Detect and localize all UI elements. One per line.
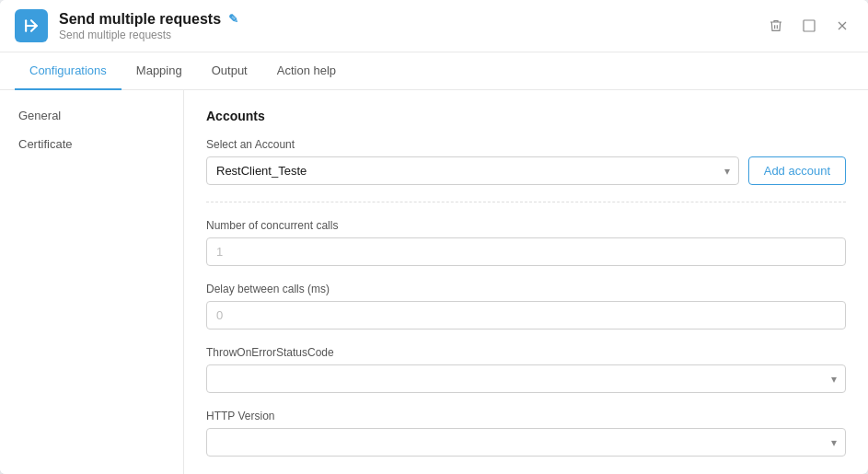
delete-button[interactable] bbox=[765, 15, 787, 37]
window-subtitle: Send multiple requests bbox=[59, 29, 238, 41]
close-button[interactable] bbox=[831, 15, 853, 37]
maximize-button[interactable] bbox=[798, 15, 820, 37]
select-account-dropdown[interactable]: RestClient_Teste bbox=[206, 156, 739, 185]
concurrent-calls-label: Number of concurrent calls bbox=[206, 219, 846, 232]
app-window: Send multiple requests ✎ Send multiple r… bbox=[0, 0, 868, 474]
throw-on-error-dropdown[interactable]: True False bbox=[206, 364, 846, 393]
sidebar-item-general[interactable]: General bbox=[0, 101, 183, 130]
tabs-bar: Configurations Mapping Output Action hel… bbox=[0, 52, 868, 90]
http-version-group: HTTP Version HTTP/1.1 HTTP/2 ▾ bbox=[206, 410, 846, 457]
app-icon bbox=[15, 9, 48, 42]
sidebar: General Certificate bbox=[0, 90, 184, 474]
section-title: Accounts bbox=[206, 109, 846, 123]
svg-rect-1 bbox=[804, 20, 815, 31]
sidebar-item-certificate[interactable]: Certificate bbox=[0, 130, 183, 158]
delay-label: Delay between calls (ms) bbox=[206, 283, 846, 295]
main-content: Accounts Select an Account RestClient_Te… bbox=[184, 90, 868, 474]
section-divider bbox=[206, 202, 846, 202]
select-account-label: Select an Account bbox=[206, 138, 846, 151]
concurrent-calls-group: Number of concurrent calls bbox=[206, 219, 846, 266]
tab-action-help[interactable]: Action help bbox=[262, 52, 351, 90]
throw-on-error-group: ThrowOnErrorStatusCode True False ▾ bbox=[206, 346, 846, 393]
throw-on-error-wrapper: True False ▾ bbox=[206, 364, 846, 393]
delay-input[interactable] bbox=[206, 301, 846, 329]
tab-output[interactable]: Output bbox=[197, 52, 262, 90]
throw-on-error-label: ThrowOnErrorStatusCode bbox=[206, 346, 846, 359]
content-area: General Certificate Accounts Select an A… bbox=[0, 90, 868, 474]
tab-mapping[interactable]: Mapping bbox=[122, 52, 197, 90]
select-account-group: Select an Account RestClient_Teste ▾ Add… bbox=[206, 138, 846, 185]
title-text-group: Send multiple requests ✎ Send multiple r… bbox=[59, 11, 238, 41]
http-version-dropdown[interactable]: HTTP/1.1 HTTP/2 bbox=[206, 428, 846, 457]
window-title: Send multiple requests bbox=[59, 11, 221, 28]
tab-configurations[interactable]: Configurations bbox=[15, 52, 122, 90]
delay-group: Delay between calls (ms) bbox=[206, 283, 846, 329]
concurrent-calls-input[interactable] bbox=[206, 237, 846, 266]
add-account-button[interactable]: Add account bbox=[748, 156, 846, 185]
select-account-row: RestClient_Teste ▾ Add account bbox=[206, 156, 846, 185]
window-actions bbox=[765, 15, 853, 37]
edit-title-icon[interactable]: ✎ bbox=[228, 12, 238, 26]
title-bar: Send multiple requests ✎ Send multiple r… bbox=[0, 0, 868, 52]
http-version-label: HTTP Version bbox=[206, 410, 846, 422]
http-version-wrapper: HTTP/1.1 HTTP/2 ▾ bbox=[206, 428, 846, 457]
select-account-wrapper: RestClient_Teste ▾ bbox=[206, 156, 739, 185]
